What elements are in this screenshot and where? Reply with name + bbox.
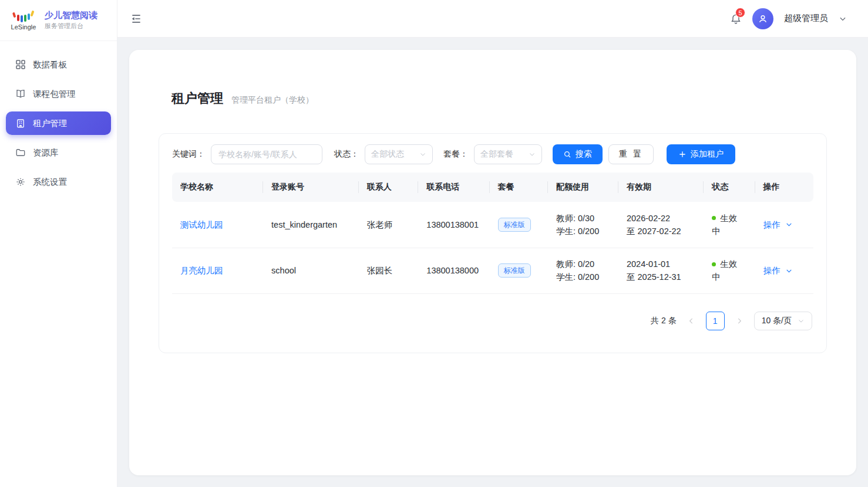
status-cell: 生效中 [704,202,755,248]
validity-cell: 2024-01-01 至 2025-12-31 [618,248,704,293]
tenant-management-card: 租户管理 管理平台租户（学校） 关键词： 状态： 全部状态 [129,50,856,475]
contact-cell: 张园长 [359,248,419,293]
row-actions-dropdown[interactable]: 操作 [763,218,793,231]
plan-label: 套餐： [443,149,468,160]
contact-cell: 张老师 [359,202,419,248]
page-size-value: 10 条/页 [762,316,792,326]
sidebar-item-settings[interactable]: 系统设置 [6,170,111,194]
notification-badge: 5 [735,8,745,18]
status-select-value: 全部状态 [371,149,404,160]
keyword-label: 关键词： [172,149,205,160]
status-dot [712,262,716,266]
avatar[interactable] [752,8,773,29]
page-head: 租户管理 管理平台租户（学校） [159,90,827,107]
quota-cell: 教师: 0/30 学生: 0/200 [548,202,618,248]
quota-cell: 教师: 0/20 学生: 0/200 [548,248,618,293]
sidebar-item-label: 课程包管理 [33,89,76,100]
school-name-link[interactable]: 月亮幼儿园 [180,266,223,275]
person-icon [757,13,769,25]
page-title: 租户管理 [171,90,223,107]
lesingle-logo-icon [11,10,36,23]
filter-bar: 关键词： 状态： 全部状态 套餐： 全部套餐 [172,144,813,164]
add-tenant-button[interactable]: 添加租户 [667,144,735,164]
phone-cell: 13800138001 [418,202,489,248]
plan-badge: 标准版 [498,263,531,278]
brand-title: 少儿智慧阅读 [45,10,97,21]
valid-from: 2026-02-22 [627,212,695,225]
chevron-down-icon [798,317,805,324]
pagination-next-icon[interactable] [733,317,746,325]
col-status: 状态 [704,173,755,202]
sidebar-item-resources[interactable]: 资源库 [6,141,111,164]
chevron-down-icon [785,221,793,228]
sidebar-collapse-icon[interactable] [130,13,142,25]
col-school-name: 学校名称 [172,173,263,202]
brand-logo-text: LeSingle [11,23,36,31]
validity-cell: 2026-02-22 至 2027-02-22 [618,202,704,248]
valid-to: 至 2025-12-31 [627,270,695,283]
pagination-total: 共 2 条 [651,316,677,326]
chevron-down-icon [529,151,536,158]
valid-from: 2024-01-01 [627,258,695,270]
quota-student: 学生: 0/200 [556,225,610,238]
search-icon [563,150,571,158]
tenant-table: 学校名称 登录账号 联系人 联系电话 套餐 配额使用 有效期 状态 操作 [172,173,813,294]
plan-select[interactable]: 全部套餐 [474,144,542,164]
action-label: 操作 [763,264,780,277]
pagination: 共 2 条 1 10 条/页 [172,312,813,330]
col-phone: 联系电话 [418,173,489,202]
table-header: 学校名称 登录账号 联系人 联系电话 套餐 配额使用 有效期 状态 操作 [172,173,813,202]
search-button[interactable]: 搜索 [553,144,603,164]
row-actions-dropdown[interactable]: 操作 [763,264,793,277]
quota-teacher: 教师: 0/30 [556,212,610,225]
sidebar-item-label: 系统设置 [33,177,67,188]
phone-cell: 13800138000 [418,248,489,293]
search-button-label: 搜索 [576,149,592,160]
add-tenant-button-label: 添加租户 [691,149,724,160]
pagination-page-1[interactable]: 1 [706,312,725,330]
brand-text: 少儿智慧阅读 服务管理后台 [45,10,97,31]
chevron-down-icon [785,267,793,275]
plus-icon [678,150,687,158]
header-right: 5 超级管理员 [730,8,847,29]
sidebar-menu: 数据看板 课程包管理 租户管理 [0,41,117,199]
login-account-cell: test_kindergarten [263,202,359,248]
valid-to: 至 2027-02-22 [627,225,695,238]
action-label: 操作 [763,218,780,231]
status-select[interactable]: 全部状态 [365,144,433,164]
status-cell: 生效中 [704,248,755,293]
col-quota: 配额使用 [548,173,618,202]
pagination-prev-icon[interactable] [685,317,698,325]
status-dot [712,216,716,220]
gear-icon [15,177,26,187]
plan-badge: 标准版 [498,218,531,232]
sidebar-item-tenants[interactable]: 租户管理 [6,111,111,135]
brand-subtitle: 服务管理后台 [45,22,97,31]
col-login-account: 登录账号 [263,173,359,202]
building-icon [15,118,26,128]
sidebar-item-course-packages[interactable]: 课程包管理 [6,82,111,106]
brand-logo: LeSingle [8,10,39,31]
folder-icon [15,147,26,158]
tenant-panel: 关键词： 状态： 全部状态 套餐： 全部套餐 [159,133,827,353]
school-name-link[interactable]: 测试幼儿园 [180,220,223,229]
username[interactable]: 超级管理员 [784,13,828,24]
book-icon [15,89,26,99]
sidebar-item-dashboard[interactable]: 数据看板 [6,53,111,76]
quota-student: 学生: 0/200 [556,270,610,283]
reset-button[interactable]: 重 置 [608,144,654,164]
keyword-input[interactable] [211,144,322,164]
col-validity: 有效期 [618,173,704,202]
top-header: 5 超级管理员 [117,0,868,38]
table-row: 测试幼儿园 test_kindergarten 张老师 13800138001 … [172,202,813,248]
chevron-down-icon [419,151,426,158]
brand-logo-area: LeSingle 少儿智慧阅读 服务管理后台 [0,0,117,41]
status-label: 状态： [334,149,359,160]
page-size-select[interactable]: 10 条/页 [754,312,812,330]
notification-bell-icon[interactable]: 5 [730,13,742,25]
status-badge: 生效中 [712,259,737,282]
col-plan: 套餐 [490,173,548,202]
chevron-down-icon[interactable] [839,15,847,23]
login-account-cell: school [263,248,359,293]
sidebar-item-label: 租户管理 [33,118,67,129]
